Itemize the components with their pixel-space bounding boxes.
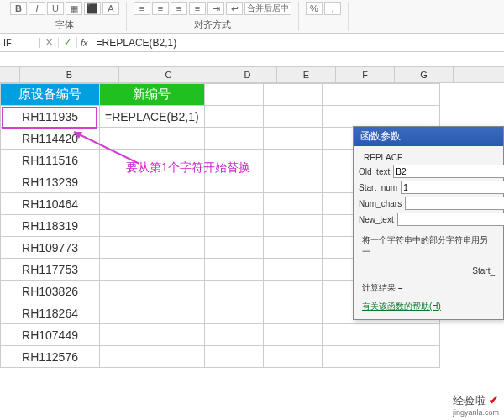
dialog-desc: 将一个字符串中的部分字符串用另一 (362, 234, 495, 258)
fill-color-button[interactable]: ⬛ (84, 2, 101, 15)
formula-bar: IF ✕ ✓ fx =REPLACE(B2,1) (0, 34, 504, 52)
cell[interactable] (100, 302, 205, 324)
cell[interactable] (100, 281, 205, 302)
formula-input[interactable]: =REPLACE(B2,1) (92, 37, 504, 49)
cell[interactable]: RH118319 (1, 215, 100, 237)
start-num-input[interactable] (401, 181, 504, 194)
cell[interactable]: RH107449 (1, 324, 100, 346)
old-text-input[interactable] (393, 165, 504, 178)
function-args-dialog[interactable]: 函数参数 REPLACE Old_text Start_num Num_char… (353, 126, 504, 320)
align-group: ≡ ≡ ≡ ≡ ⇥ ↩ 合并后居中 对齐方式 (127, 2, 299, 31)
cell[interactable]: RH112576 (1, 346, 100, 368)
cell[interactable] (100, 128, 205, 150)
cell-b2[interactable]: RH111935 (1, 106, 100, 128)
col-g[interactable]: G (395, 67, 454, 82)
dialog-desc2: Start_ (362, 266, 495, 276)
ribbon: B I U ▦ ⬛ A 字体 ≡ ≡ ≡ ≡ ⇥ ↩ 合并后居中 对齐方式 % … (0, 0, 504, 34)
cell[interactable] (322, 84, 381, 106)
indent-button[interactable]: ⇥ (207, 2, 224, 15)
cell[interactable] (263, 84, 322, 106)
check-icon: ✔ (489, 394, 498, 407)
align-left-button[interactable]: ≡ (171, 2, 187, 15)
cell[interactable]: RH118264 (1, 302, 100, 324)
cell[interactable] (100, 346, 205, 368)
watermark-text: 经验啦 (453, 394, 486, 407)
cell[interactable]: RH114420 (1, 128, 100, 150)
watermark: 经验啦 ✔ jingyanla.com (453, 393, 499, 417)
cell[interactable] (100, 237, 205, 259)
col-b[interactable]: B (20, 67, 119, 82)
font-group-label: 字体 (55, 18, 74, 31)
italic-button[interactable]: I (29, 2, 45, 15)
num-chars-input[interactable] (405, 197, 504, 210)
cell[interactable] (100, 324, 205, 346)
cell[interactable] (100, 259, 205, 281)
comma-button[interactable]: , (324, 2, 341, 15)
cell[interactable]: RH110464 (1, 193, 100, 215)
dialog-help-link[interactable]: 有关该函数的帮助(H) (362, 301, 495, 312)
num-chars-label: Num_chars (359, 199, 405, 208)
align-middle-button[interactable]: ≡ (152, 2, 169, 15)
cell[interactable] (204, 84, 263, 106)
annotation-text: 要从第1个字符开始替换 (126, 160, 250, 176)
align-top-button[interactable]: ≡ (134, 2, 150, 15)
font-group: B I U ▦ ⬛ A 字体 (3, 2, 127, 31)
new-text-input[interactable] (397, 213, 504, 226)
cell[interactable] (381, 84, 439, 106)
cell[interactable]: RH111516 (1, 150, 100, 171)
cell[interactable]: RH109773 (1, 237, 100, 259)
header-b[interactable]: 原设备编号 (1, 84, 100, 106)
percent-button[interactable]: % (306, 2, 323, 15)
col-d[interactable]: D (218, 67, 277, 82)
cancel-icon[interactable]: ✕ (40, 37, 59, 48)
dialog-title: 函数参数 (354, 127, 503, 146)
cell[interactable]: RH113239 (1, 171, 100, 193)
cell[interactable]: RH103826 (1, 281, 100, 302)
number-group: % , (299, 2, 349, 31)
dialog-func-name: REPLACE (364, 153, 493, 162)
cell[interactable] (100, 193, 205, 215)
underline-button[interactable]: U (47, 2, 64, 15)
select-all[interactable] (0, 67, 20, 82)
col-e[interactable]: E (277, 67, 336, 82)
confirm-icon[interactable]: ✓ (59, 37, 77, 48)
col-f[interactable]: F (336, 67, 395, 82)
new-text-label: New_text (359, 215, 397, 224)
cell[interactable]: RH117753 (1, 259, 100, 281)
border-button[interactable]: ▦ (66, 2, 82, 15)
font-color-button[interactable]: A (102, 2, 119, 15)
col-c[interactable]: C (119, 67, 218, 82)
old-text-label: Old_text (359, 167, 393, 176)
name-box[interactable]: IF (0, 38, 40, 48)
bold-button[interactable]: B (10, 2, 27, 15)
fx-icon[interactable]: fx (77, 38, 92, 48)
start-num-label: Start_num (359, 183, 401, 192)
dialog-result: 计算结果 = (362, 282, 495, 294)
align-center-button[interactable]: ≡ (189, 2, 206, 15)
column-headers: B C D E F G (0, 67, 504, 83)
wrap-button[interactable]: ↩ (226, 2, 243, 15)
align-group-label: 对齐方式 (194, 18, 231, 31)
header-c[interactable]: 新编号 (100, 84, 205, 106)
cell-c2[interactable]: =REPLACE(B2,1) (100, 106, 205, 128)
merge-button[interactable]: 合并后居中 (244, 2, 291, 15)
watermark-domain: jingyanla.com (453, 408, 499, 417)
cell[interactable] (100, 215, 205, 237)
